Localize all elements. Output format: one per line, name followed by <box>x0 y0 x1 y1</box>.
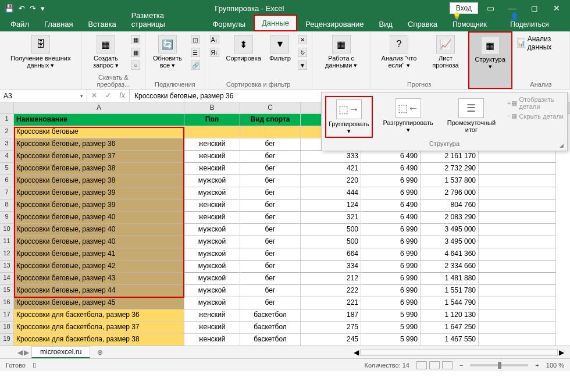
cell[interactable]: 6 490 <box>361 199 421 212</box>
from-table-button[interactable]: ▦ <box>130 47 141 58</box>
cell[interactable]: женский <box>184 163 240 175</box>
cell[interactable] <box>479 297 556 309</box>
cell[interactable]: 2 732 290 <box>421 163 479 175</box>
cell[interactable]: бег <box>240 138 301 151</box>
what-if-button[interactable]: ? Анализ "что если" ▾ <box>375 34 424 70</box>
sort-az-button[interactable]: A↓ <box>209 34 220 45</box>
row-header[interactable]: 1 <box>0 114 14 126</box>
cell[interactable]: 5 990 <box>361 322 421 334</box>
row-header[interactable]: 11 <box>0 236 14 248</box>
dialog-launcher-icon[interactable]: ◢ <box>560 142 564 148</box>
cell[interactable]: 2 796 000 <box>421 187 479 199</box>
cell[interactable]: мужской <box>184 297 240 309</box>
tab-home[interactable]: Главная <box>37 17 80 31</box>
cell[interactable]: 500 <box>301 224 361 236</box>
cell[interactable]: 212 <box>301 273 361 285</box>
cell[interactable]: Кроссовки беговые, размер 38 <box>14 175 184 187</box>
cell[interactable]: 6 990 <box>361 261 421 273</box>
cell[interactable]: Кроссовки для баскетбола, размер 38 <box>14 334 184 345</box>
cell[interactable]: 6 990 <box>361 273 421 285</box>
cell[interactable]: Кроссовки для баскетбола, размер 37 <box>14 322 184 334</box>
cell[interactable]: мужской <box>184 248 240 261</box>
cell[interactable]: Кроссовки беговые, размер 42 <box>14 261 184 273</box>
cell[interactable]: 5 990 <box>361 334 421 345</box>
cell[interactable]: 500 <box>301 236 361 248</box>
cell[interactable]: 187 <box>301 309 361 322</box>
cell[interactable]: бег <box>240 163 301 175</box>
fx-icon[interactable]: fx <box>115 90 129 102</box>
cell[interactable]: 1 551 780 <box>421 285 479 297</box>
cell[interactable]: Кроссовки для баскетбола, размер 36 <box>14 309 184 322</box>
tab-insert[interactable]: Вставка <box>81 17 123 31</box>
cell[interactable]: Кроссовки беговые, размер 39 <box>14 187 184 199</box>
cell[interactable]: женский <box>184 138 240 151</box>
row-header[interactable]: 3 <box>0 138 14 151</box>
cell[interactable]: Кроссовки беговые, размер 44 <box>14 285 184 297</box>
data-analysis-button[interactable]: 📊Анализ данных <box>516 34 566 52</box>
cell[interactable]: мужской <box>184 261 240 273</box>
cell[interactable]: 220 <box>301 175 361 187</box>
cell[interactable]: женский <box>184 334 240 345</box>
row-header[interactable]: 7 <box>0 187 14 199</box>
row-header[interactable]: 6 <box>0 175 14 187</box>
cell[interactable]: женский <box>184 309 240 322</box>
col-header[interactable]: B <box>184 102 240 113</box>
cell[interactable]: женский <box>184 151 240 163</box>
cell[interactable]: бег <box>240 248 301 261</box>
sort-za-button[interactable]: Я↓ <box>209 47 220 58</box>
cell[interactable]: баскетбол <box>240 322 301 334</box>
row-header[interactable]: 19 <box>0 334 14 345</box>
row-header[interactable]: 18 <box>0 322 14 334</box>
cell[interactable]: 1 481 880 <box>421 273 479 285</box>
cell[interactable] <box>479 163 556 175</box>
cell[interactable]: 2 083 290 <box>421 212 479 224</box>
advanced-filter-button[interactable]: ▼ <box>297 59 308 71</box>
show-detail-button[interactable]: +▦Отобразить детали <box>507 96 564 110</box>
new-query-button[interactable]: ▦ Создать запрос ▾ <box>85 34 126 70</box>
cell[interactable]: мужской <box>184 187 240 199</box>
cell[interactable]: 421 <box>301 163 361 175</box>
cell[interactable]: 6 990 <box>361 248 421 261</box>
cell[interactable]: бег <box>240 224 301 236</box>
view-normal-icon[interactable] <box>416 361 427 369</box>
add-sheet-button[interactable]: ⊕ <box>92 347 108 358</box>
ungroup-button[interactable]: ⬚← Разгруппировать ▾ <box>381 96 436 136</box>
cell[interactable] <box>479 236 556 248</box>
cell[interactable]: Кроссовки беговые, размер 45 <box>14 297 184 309</box>
get-external-data-button[interactable]: 🗄 Получение внешних данных ▾ <box>3 34 77 70</box>
row-header[interactable]: 16 <box>0 297 14 309</box>
row-header[interactable]: 17 <box>0 309 14 322</box>
structure-button[interactable]: ▦ Структура ▾ <box>471 34 510 72</box>
enter-formula-icon[interactable]: ✓ <box>101 90 115 102</box>
cell[interactable] <box>479 224 556 236</box>
cell[interactable] <box>479 285 556 297</box>
group-button[interactable]: ⬚→ Группировать ▾ <box>325 96 373 138</box>
cell[interactable]: 333 <box>301 151 361 163</box>
cell[interactable]: 1 537 800 <box>421 175 479 187</box>
cell[interactable]: 222 <box>301 285 361 297</box>
cell[interactable]: Кроссовки беговые, размер 39 <box>14 199 184 212</box>
cell[interactable]: Кроссовки беговые, размер 36 <box>14 138 184 151</box>
share-button[interactable]: 👤 Поделиться <box>503 9 564 31</box>
zoom-in-icon[interactable]: + <box>535 362 539 369</box>
redo-icon[interactable]: ↷ <box>30 4 36 13</box>
cell[interactable]: 275 <box>301 322 361 334</box>
cell[interactable]: 6 490 <box>361 212 421 224</box>
cell[interactable]: баскетбол <box>240 334 301 345</box>
cell[interactable]: 2 161 170 <box>421 151 479 163</box>
tab-data[interactable]: Данные <box>254 15 297 31</box>
cell[interactable]: 6 990 <box>361 187 421 199</box>
clear-filter-button[interactable]: ✕ <box>297 34 308 45</box>
cell[interactable]: 6 490 <box>361 151 421 163</box>
cell[interactable]: женский <box>184 322 240 334</box>
tab-review[interactable]: Рецензирование <box>298 17 370 31</box>
row-header[interactable]: 10 <box>0 224 14 236</box>
cell[interactable]: 664 <box>301 248 361 261</box>
zoom-out-icon[interactable]: − <box>459 362 463 369</box>
cell[interactable]: бег <box>240 151 301 163</box>
cell[interactable]: бег <box>240 199 301 212</box>
subtotal-button[interactable]: ☰ Промежуточный итог <box>444 96 499 136</box>
cell[interactable]: 6 990 <box>361 297 421 309</box>
hscroll-right-icon[interactable]: ▶ <box>559 348 564 357</box>
cell[interactable]: мужской <box>184 285 240 297</box>
